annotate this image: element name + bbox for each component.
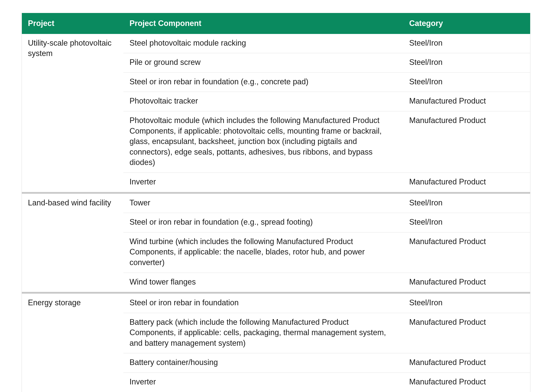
category-cell: Steel/Iron bbox=[403, 294, 530, 313]
category-cell: Manufactured Product bbox=[403, 232, 530, 273]
component-cell: Steel or iron rebar in foundation bbox=[123, 294, 403, 313]
category-cell: Manufactured Product bbox=[403, 92, 530, 111]
header-project: Project bbox=[22, 13, 123, 34]
category-cell: Steel/Iron bbox=[403, 213, 530, 232]
table-row: Land-based wind facilityTowerSteel/Iron bbox=[22, 194, 530, 213]
table-row: Energy storageSteel or iron rebar in fou… bbox=[22, 294, 530, 313]
category-cell: Manufactured Product bbox=[403, 313, 530, 353]
component-cell: Wind tower flanges bbox=[123, 273, 403, 292]
category-cell: Manufactured Product bbox=[403, 173, 530, 192]
category-cell: Manufactured Product bbox=[403, 111, 530, 173]
component-cell: Steel or iron rebar in foundation (e.g.,… bbox=[123, 72, 403, 92]
header-row: Project Project Component Category bbox=[22, 13, 530, 34]
category-cell: Steel/Iron bbox=[403, 34, 530, 53]
components-table: Project Project Component Category Utili… bbox=[22, 13, 530, 392]
project-name-cell: Utility-scale photovoltaic system bbox=[22, 34, 123, 192]
component-cell: Pile or ground screw bbox=[123, 53, 403, 73]
category-cell: Steel/Iron bbox=[403, 72, 530, 92]
component-cell: Inverter bbox=[123, 373, 403, 392]
divider-cell bbox=[22, 292, 530, 294]
divider-cell bbox=[22, 192, 530, 194]
component-cell: Photovoltaic module (which includes the … bbox=[123, 111, 403, 173]
component-cell: Wind turbine (which includes the followi… bbox=[123, 232, 403, 273]
project-name-cell: Energy storage bbox=[22, 294, 123, 392]
category-cell: Manufactured Product bbox=[403, 353, 530, 373]
component-cell: Battery container/housing bbox=[123, 353, 403, 373]
component-cell: Tower bbox=[123, 194, 403, 213]
component-cell: Steel or iron rebar in foundation (e.g.,… bbox=[123, 213, 403, 232]
category-cell: Manufactured Product bbox=[403, 373, 530, 392]
component-cell: Battery pack (which include the followin… bbox=[123, 313, 403, 353]
table-row: Utility-scale photovoltaic systemSteel p… bbox=[22, 34, 530, 53]
group-divider bbox=[22, 192, 530, 194]
header-category: Category bbox=[403, 13, 530, 34]
component-cell: Inverter bbox=[123, 173, 403, 192]
category-cell: Steel/Iron bbox=[403, 194, 530, 213]
category-cell: Manufactured Product bbox=[403, 273, 530, 292]
component-cell: Steel photovoltaic module racking bbox=[123, 34, 403, 53]
header-component: Project Component bbox=[123, 13, 403, 34]
category-cell: Steel/Iron bbox=[403, 53, 530, 73]
project-name-cell: Land-based wind facility bbox=[22, 194, 123, 292]
group-divider bbox=[22, 292, 530, 294]
component-cell: Photovoltaic tracker bbox=[123, 92, 403, 111]
